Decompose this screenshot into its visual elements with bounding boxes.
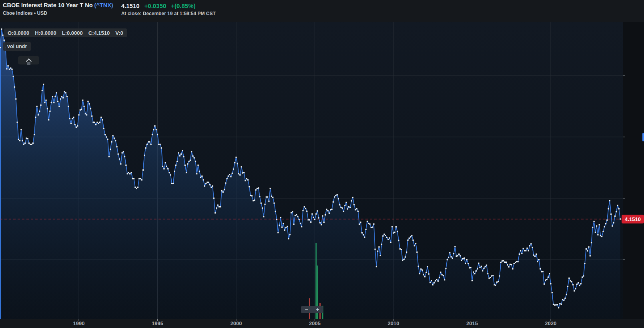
price-chart[interactable] [0, 0, 644, 328]
minus-icon: − [305, 306, 308, 313]
volume-under-indicator-label[interactable]: vol undr [3, 42, 31, 51]
plus-icon: + [316, 306, 319, 313]
close-info: At close: December 19 at 1:59:54 PM CST [121, 11, 216, 16]
ohlc-low: L:0.0000 [62, 30, 83, 36]
zoom-in-button[interactable]: + [312, 306, 323, 313]
last-price-axis-badge: 4.1510 [622, 215, 644, 223]
drag-handle-icon [27, 62, 30, 65]
zoom-controls: − + [301, 306, 323, 313]
ohlc-volume: V:0 [115, 30, 123, 36]
exchange-subtitle: Cboe Indices • USD [3, 10, 113, 16]
ticker-symbol: (^TNX) [94, 2, 113, 8]
page-title: CBOE Interest Rate 10 Year T No [3, 2, 93, 8]
price-change-percent: +(0.85%) [171, 2, 195, 9]
header: CBOE Interest Rate 10 Year T No(^TNX) Cb… [0, 0, 644, 22]
scrollbar-thumb[interactable] [642, 133, 644, 141]
price-change: +0.0350 [144, 2, 167, 9]
ohlc-open: O:0.0000 [8, 30, 29, 36]
axis-background [623, 22, 644, 319]
ohlc-readout: O:0.0000 H:0.0000 L:0.0000 C:4.1510 V:0 [4, 28, 127, 37]
ohlc-close: C:4.1510 [88, 30, 110, 36]
last-price: 4.1510 [121, 2, 140, 9]
collapse-pane-button[interactable] [18, 56, 39, 64]
zoom-out-button[interactable]: − [301, 306, 312, 313]
ohlc-high: H:0.0000 [35, 30, 56, 36]
